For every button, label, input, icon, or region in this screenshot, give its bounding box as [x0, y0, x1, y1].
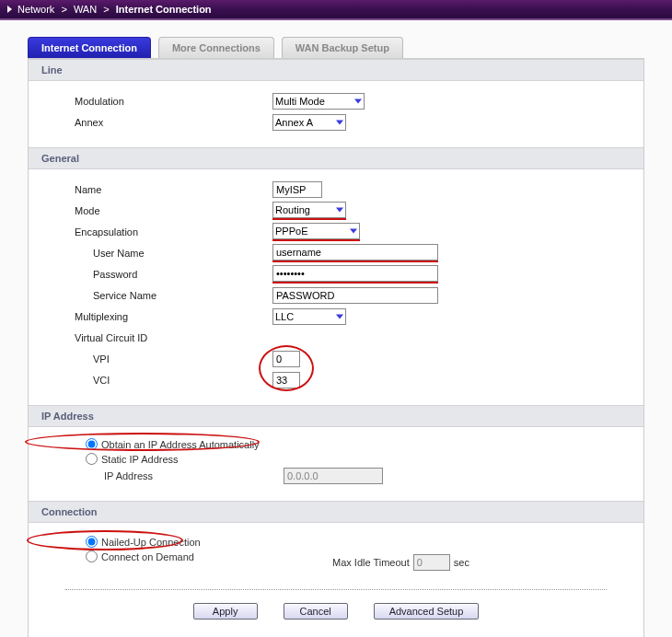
- nailed-up-label: Nailed-Up Connection: [101, 537, 201, 548]
- modulation-select[interactable]: Multi Mode: [272, 93, 365, 110]
- encapsulation-select[interactable]: PPPoE: [272, 223, 360, 239]
- static-ip-radio[interactable]: [86, 453, 98, 465]
- encapsulation-label: Encapsulation: [75, 226, 272, 237]
- tab-more-connections[interactable]: More Connections: [158, 37, 274, 58]
- servicename-input[interactable]: [272, 287, 438, 304]
- name-input[interactable]: [272, 181, 322, 198]
- breadcrumb-sep: >: [100, 4, 112, 15]
- vci-input[interactable]: [272, 372, 300, 388]
- maxidle-label: Max Idle Timeout: [332, 557, 410, 568]
- ipaddr-input: [284, 468, 383, 484]
- section-header-connection: Connection: [29, 501, 643, 523]
- section-header-line: Line: [29, 59, 643, 81]
- tab-bar: Internet Connection More Connections WAN…: [28, 37, 644, 58]
- vpi-input[interactable]: [272, 351, 300, 367]
- modulation-label: Modulation: [75, 96, 272, 107]
- mode-select[interactable]: Routing: [272, 202, 346, 218]
- apply-button[interactable]: Apply: [193, 603, 258, 620]
- breadcrumb-seg-2: WAN: [74, 4, 97, 15]
- cancel-button[interactable]: Cancel: [284, 603, 348, 620]
- multiplexing-label: Multiplexing: [75, 311, 272, 322]
- vci-label: VCI: [75, 375, 272, 386]
- vcid-label: Virtual Circuit ID: [75, 332, 272, 343]
- button-bar: Apply Cancel Advanced Setup: [65, 589, 607, 620]
- tab-internet-connection[interactable]: Internet Connection: [28, 37, 151, 58]
- password-label: Password: [75, 269, 272, 280]
- breadcrumb-seg-1: Network: [17, 4, 54, 15]
- nailed-up-radio[interactable]: [86, 536, 98, 548]
- username-input[interactable]: [272, 244, 438, 261]
- obtain-ip-label: Obtain an IP Address Automatically: [101, 439, 260, 450]
- breadcrumb-sep: >: [58, 4, 70, 15]
- vpi-label: VPI: [75, 353, 272, 365]
- annex-label: Annex: [75, 117, 272, 128]
- username-label: User Name: [75, 248, 272, 259]
- obtain-ip-radio[interactable]: [86, 438, 98, 450]
- section-header-ipaddress: IP Address: [29, 405, 643, 427]
- static-ip-label: Static IP Address: [101, 454, 179, 465]
- annex-select[interactable]: Annex A: [272, 114, 346, 131]
- breadcrumb-seg-3: Internet Connection: [116, 4, 212, 15]
- advanced-setup-button[interactable]: Advanced Setup: [374, 603, 480, 620]
- multiplexing-select[interactable]: LLC: [272, 308, 346, 325]
- sec-label: sec: [454, 557, 469, 568]
- connect-on-demand-label: Connect on Demand: [101, 551, 194, 562]
- tab-wan-backup[interactable]: WAN Backup Setup: [282, 37, 403, 58]
- connect-on-demand-radio[interactable]: [86, 550, 98, 562]
- mode-label: Mode: [75, 205, 272, 216]
- password-input[interactable]: [272, 265, 438, 282]
- breadcrumb-titlebar: Network > WAN > Internet Connection: [0, 0, 672, 20]
- caret-icon: [7, 6, 12, 13]
- section-header-general: General: [29, 147, 643, 169]
- servicename-label: Service Name: [75, 290, 272, 301]
- ipaddr-label: IP Address: [104, 470, 284, 481]
- name-label: Name: [75, 184, 272, 195]
- maxidle-input: [413, 554, 450, 571]
- settings-panel: Line Modulation Multi Mode Annex: [28, 58, 644, 637]
